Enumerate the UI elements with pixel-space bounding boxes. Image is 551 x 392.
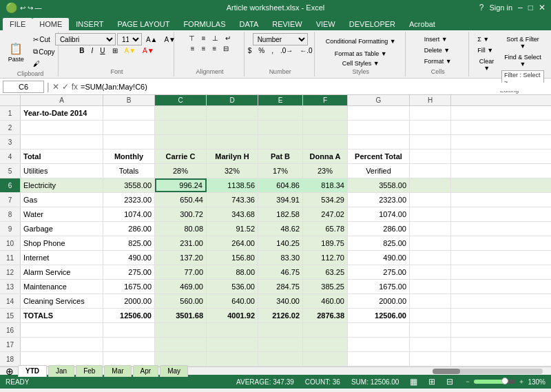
comma-button[interactable]: %: [256, 45, 267, 56]
tab-acrobat[interactable]: Acrobat: [402, 18, 442, 30]
cell[interactable]: 1675.00: [348, 280, 410, 293]
cell[interactable]: 231.00: [155, 236, 207, 250]
col-header-c[interactable]: C: [155, 95, 207, 105]
cell[interactable]: Utilities: [21, 164, 103, 178]
cell[interactable]: 182.58: [258, 207, 303, 221]
tab-insert[interactable]: INSERT: [69, 18, 110, 30]
cell[interactable]: Alarm Service: [21, 265, 103, 279]
cell[interactable]: 17%: [258, 164, 303, 178]
tab-formulas[interactable]: FORMULAS: [176, 18, 232, 30]
cell[interactable]: [410, 222, 451, 236]
cell[interactable]: 640.00: [207, 294, 258, 308]
cell[interactable]: [410, 149, 451, 163]
sheet-tab-jan[interactable]: Jan: [48, 365, 74, 377]
cell[interactable]: Totals: [103, 164, 155, 178]
col-header-h[interactable]: H: [410, 95, 451, 105]
cell[interactable]: 2000.00: [348, 294, 410, 308]
zoom-in-icon[interactable]: ＋: [518, 377, 525, 386]
cell[interactable]: [21, 135, 103, 149]
cell[interactable]: 2323.00: [103, 193, 155, 207]
cell[interactable]: Donna A: [303, 149, 348, 163]
cell[interactable]: Cleaning Services: [21, 294, 103, 308]
cell[interactable]: 1675.00: [103, 280, 155, 293]
row-number[interactable]: 10: [0, 236, 21, 250]
help-icon[interactable]: ?: [479, 3, 484, 12]
cell[interactable]: [348, 106, 410, 120]
cell[interactable]: 88.00: [207, 265, 258, 279]
cell[interactable]: 12506.00: [348, 309, 410, 322]
cell[interactable]: [21, 323, 103, 337]
delete-cells-button[interactable]: Delete ▼: [422, 45, 455, 55]
paste-button[interactable]: 📋 Paste: [3, 34, 29, 70]
cell[interactable]: 4001.92: [207, 309, 258, 322]
scrollbar-track[interactable]: [433, 369, 543, 374]
align-left-button[interactable]: ≡: [188, 43, 198, 54]
cell[interactable]: [348, 352, 410, 366]
row-number[interactable]: 1: [0, 106, 21, 120]
percent-button[interactable]: $: [245, 45, 255, 56]
underline-button[interactable]: U: [97, 45, 107, 56]
cell[interactable]: 80.08: [155, 222, 207, 236]
add-sheet-button[interactable]: ⊕: [3, 366, 17, 377]
cell[interactable]: 560.00: [155, 294, 207, 308]
cell[interactable]: 534.29: [303, 193, 348, 207]
cell[interactable]: 189.75: [303, 236, 348, 250]
row-number[interactable]: 3: [0, 135, 21, 149]
cell[interactable]: [303, 352, 348, 366]
cell[interactable]: [258, 106, 303, 120]
currency-button[interactable]: ,: [269, 45, 276, 56]
cell[interactable]: 490.00: [348, 251, 410, 265]
cell[interactable]: [258, 323, 303, 337]
cell[interactable]: 394.91: [258, 193, 303, 207]
cell[interactable]: [410, 178, 451, 192]
cell[interactable]: 275.00: [103, 265, 155, 279]
cell[interactable]: [410, 323, 451, 337]
cell[interactable]: [348, 135, 410, 149]
cell[interactable]: Percent Total: [348, 149, 410, 163]
cell[interactable]: [207, 106, 258, 120]
cell[interactable]: 3558.00: [348, 178, 410, 192]
cell[interactable]: 2323.00: [348, 193, 410, 207]
cell[interactable]: [258, 338, 303, 351]
layout-break-icon[interactable]: ⊟: [446, 377, 453, 386]
cell[interactable]: 996.24: [155, 178, 207, 192]
cell[interactable]: [103, 121, 155, 134]
align-bottom-button[interactable]: ⊥: [209, 33, 221, 43]
cell[interactable]: 385.25: [303, 280, 348, 293]
cell[interactable]: [410, 121, 451, 134]
cell[interactable]: 743.36: [207, 193, 258, 207]
cell[interactable]: [303, 338, 348, 351]
tab-home[interactable]: HOME: [32, 18, 69, 30]
cell[interactable]: Shop Phone: [21, 236, 103, 250]
sheet-tab-may[interactable]: May: [160, 365, 188, 377]
cell[interactable]: [21, 121, 103, 134]
cell[interactable]: 286.00: [103, 222, 155, 236]
cell[interactable]: Garbage: [21, 222, 103, 236]
align-middle-button[interactable]: ≡: [199, 33, 209, 43]
cell[interactable]: 1138.56: [207, 178, 258, 192]
wrap-text-button[interactable]: ↵: [222, 33, 233, 43]
confirm-formula-icon[interactable]: ✓: [62, 82, 69, 92]
col-header-a[interactable]: A: [21, 95, 103, 105]
cell[interactable]: 340.00: [258, 294, 303, 308]
format-painter-button[interactable]: 🖌: [30, 59, 57, 69]
cell[interactable]: Gas: [21, 193, 103, 207]
cell[interactable]: 156.80: [207, 251, 258, 265]
cell[interactable]: 77.00: [155, 265, 207, 279]
horizontal-scrollbar[interactable]: ⊕ YTDJanFebMarAprMay: [0, 367, 551, 375]
cell[interactable]: [207, 352, 258, 366]
font-size-select[interactable]: 11: [117, 33, 142, 45]
cell[interactable]: 825.00: [103, 236, 155, 250]
cell[interactable]: [207, 323, 258, 337]
cell[interactable]: [410, 265, 451, 279]
row-number[interactable]: 7: [0, 193, 21, 207]
cell[interactable]: 286.00: [348, 222, 410, 236]
row-number[interactable]: 17: [0, 338, 21, 351]
cell[interactable]: [155, 135, 207, 149]
increase-font-button[interactable]: A▲: [143, 34, 160, 45]
cell[interactable]: Electricity: [21, 178, 103, 192]
autosum-button[interactable]: Σ ▼: [475, 34, 499, 44]
cell[interactable]: Marilyn H: [207, 149, 258, 163]
find-select-button[interactable]: Find & Select ▼: [501, 52, 544, 69]
font-color-button[interactable]: A▼: [140, 45, 157, 56]
